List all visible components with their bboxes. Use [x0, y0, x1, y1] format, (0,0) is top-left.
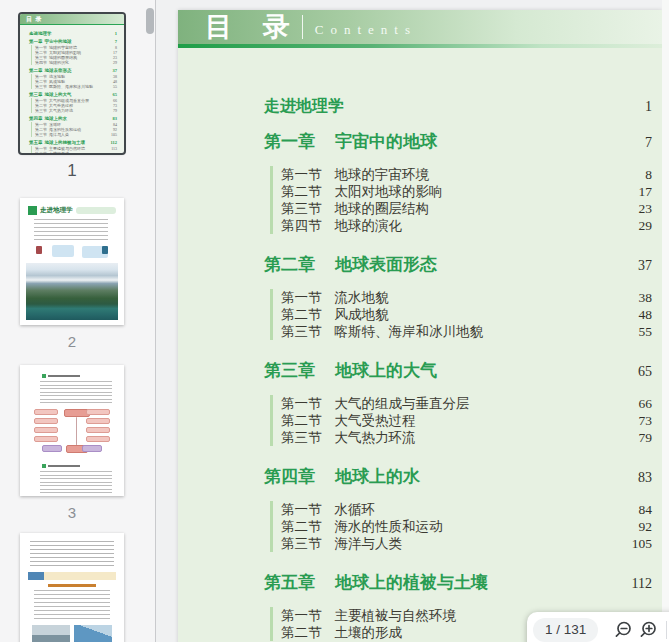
- toc-header-band: 目 录 Contents: [178, 10, 662, 44]
- mini-heading-band: [76, 207, 117, 214]
- toc-section-page: 79: [113, 108, 117, 113]
- page-thumbnail-2[interactable]: 走进地理学: [20, 198, 124, 325]
- toc-intro-row[interactable]: 走进地理学1: [264, 96, 652, 116]
- toc-section-num: 第三节: [281, 429, 322, 446]
- toc-section-row[interactable]: 第一节流水地貌38: [281, 289, 652, 306]
- toc-section-num: 第三节: [35, 132, 47, 137]
- toc-section-title: 地球的圈层结构: [335, 200, 430, 217]
- toc-section-row[interactable]: 第一节地球的宇宙环境8: [281, 166, 652, 183]
- toc-chapter-row: 第三章地球上的大气65: [29, 92, 117, 97]
- toc-section-row[interactable]: 第二节海水的性质和运动92: [281, 518, 652, 535]
- toc-chapter-title: 地球上的植被与土壤: [45, 140, 86, 145]
- toc-section-page: 55: [639, 323, 653, 340]
- zoom-out-button[interactable]: [610, 618, 635, 642]
- toc-section-group: 第一节流水地貌38第二节风成地貌48第三节喀斯特、海岸和冰川地貌55: [31, 74, 117, 89]
- toc-section-row: 第二节土壤的形成: [35, 151, 117, 153]
- thumbnail-label-1: 1: [20, 161, 124, 181]
- toc-section-row[interactable]: 第一节大气的组成与垂直分层66: [281, 395, 652, 412]
- pdf-toolbar: 1 / 131 ···: [527, 612, 669, 642]
- toc-section-row[interactable]: 第三节海洋与人类105: [281, 535, 652, 552]
- toc-intro-title: 走进地理学: [264, 96, 344, 115]
- mini-text-lines: [40, 471, 112, 495]
- toc-section-row[interactable]: 第三节喀斯特、海岸和冰川地貌55: [281, 323, 652, 340]
- toc-chapter-page: 7: [645, 132, 652, 153]
- toc-title-en: Contents: [315, 22, 417, 38]
- toc-section-title: 海洋与人类: [335, 535, 403, 552]
- zoom-out-icon: [613, 620, 633, 640]
- toc-chapter-row: 第四章地球上的水83: [29, 116, 117, 121]
- toc-chapter-title: 地球上的大气: [335, 360, 437, 381]
- toc-section-row[interactable]: 第四节地球的演化29: [281, 217, 652, 234]
- sidebar-scrollbar[interactable]: [146, 8, 154, 34]
- mini-section-heading: [42, 374, 124, 378]
- mini-flow-diagram: [28, 405, 116, 455]
- toc-section-num: 第一节: [281, 501, 322, 518]
- thumbnail-pane: 目 录 走进地理学1第一章宇宙中的地球7第一节地球的宇宙环境8第二节太阳对地球的…: [0, 0, 156, 642]
- toc-chapter-row[interactable]: 第五章地球上的植被与土壤112: [264, 572, 652, 594]
- mini-figures: [28, 245, 116, 260]
- toc-intro-page: 1: [115, 31, 117, 36]
- toc-section-title: 主要植被与自然环境: [335, 607, 457, 624]
- toc-section-row[interactable]: 第二节大气受热过程73: [281, 412, 652, 429]
- toc-section-group: 第一节水循环84第二节海水的性质和运动92第三节海洋与人类105: [270, 501, 652, 552]
- page-thumbnail-4[interactable]: [20, 533, 124, 642]
- zoom-in-button[interactable]: [635, 618, 660, 642]
- toc-section-num: 第二节: [35, 151, 47, 153]
- toc-chapter-num: 第五章: [264, 572, 315, 593]
- toc-section-page: 48: [639, 306, 653, 323]
- toc-section-row: 第三节大气热力环流79: [35, 108, 117, 113]
- toc-section-group: 第一节大气的组成与垂直分层66第二节大气受热过程73第三节大气热力环流79: [31, 98, 117, 113]
- toc-section-title: 水循环: [335, 501, 376, 518]
- toc-chapter-num: 第二章: [264, 254, 315, 275]
- toc-section-page: 105: [632, 535, 652, 552]
- toc-section-page: 8: [645, 166, 652, 183]
- mini-person-right: [102, 246, 108, 259]
- toc-section-title: 喀斯特、海岸和冰川地貌: [49, 84, 93, 89]
- page-thumbnail-1[interactable]: 目 录 走进地理学1第一章宇宙中的地球7第一节地球的宇宙环境8第二节太阳对地球的…: [20, 14, 124, 153]
- toolbar-divider: [666, 621, 667, 639]
- toc-chapter-title: 地球表面形态: [335, 254, 437, 275]
- toc-section-row[interactable]: 第三节地球的圈层结构23: [281, 200, 652, 217]
- green-square-icon: [28, 206, 37, 215]
- mini-text-lines: [40, 381, 112, 403]
- thumbnail-label-2: 2: [20, 333, 124, 350]
- toc-section-title: 大气热力环流: [49, 108, 73, 113]
- page-indicator[interactable]: 1 / 131: [533, 618, 598, 642]
- toc-section-title: 土壤的形成: [335, 624, 403, 641]
- toc-chapter-num: 第五章: [29, 140, 43, 145]
- pdf-page: 目 录 Contents 走进地理学1第一章宇宙中的地球7第一节地球的宇宙环境8…: [178, 10, 662, 642]
- toc-section-title: 风成地貌: [335, 306, 389, 323]
- toc-section-page: 73: [639, 412, 653, 429]
- toc-chapter-row[interactable]: 第二章地球表面形态37: [264, 254, 652, 276]
- toc-chapter-page: 65: [113, 92, 118, 97]
- pdf-viewer-window: { "viewer": { "toolbar": { "page_indicat…: [0, 0, 669, 642]
- toc-intro-row: 走进地理学1: [29, 31, 117, 36]
- toc-section-row[interactable]: 第三节大气热力环流79: [281, 429, 652, 446]
- toc-chapter-row[interactable]: 第三章地球上的大气65: [264, 360, 652, 382]
- mini-toc-title: 目 录: [26, 15, 43, 24]
- toc-chapter-num: 第三章: [264, 360, 315, 381]
- toc-chapter-num: 第四章: [264, 466, 315, 487]
- toc-section-num: 第三节: [281, 535, 322, 552]
- toc-chapter-row[interactable]: 第一章宇宙中的地球7: [264, 131, 652, 153]
- toc-section-num: 第三节: [35, 108, 47, 113]
- toc-section-row[interactable]: 第一节水循环84: [281, 501, 652, 518]
- toc-section-row[interactable]: 第二节太阳对地球的影响17: [281, 183, 652, 200]
- toc-section-title: 海洋与人类: [49, 132, 69, 137]
- toc-chapter-title: 宇宙中的地球: [335, 131, 437, 152]
- toc-section-row[interactable]: 第二节风成地貌48: [281, 306, 652, 323]
- toc-chapter-row[interactable]: 第四章地球上的水83: [264, 466, 652, 488]
- toc-section-title: 喀斯特、海岸和冰川地貌: [335, 323, 484, 340]
- page-thumbnail-3[interactable]: [20, 365, 124, 496]
- toc-section-page: 113: [111, 146, 117, 151]
- mini-box-title-line: [48, 584, 96, 587]
- toc-chapter-page: 7: [115, 39, 117, 44]
- toc-chapter-title: 地球表面形态: [45, 68, 72, 73]
- toc-section-title: 地球的演化: [49, 60, 69, 65]
- toc-section-group: 第一节地球的宇宙环境8第二节太阳对地球的影响17第三节地球的圈层结构23第四节地…: [31, 45, 117, 65]
- toc-section-group: 第一节流水地貌38第二节风成地貌48第三节喀斯特、海岸和冰川地貌55: [270, 289, 652, 340]
- scrollbar-track[interactable]: [662, 0, 669, 642]
- toc-section-num: 第二节: [281, 412, 322, 429]
- thumbnail-item-4: [20, 533, 128, 642]
- toc-section-page: 23: [639, 200, 653, 217]
